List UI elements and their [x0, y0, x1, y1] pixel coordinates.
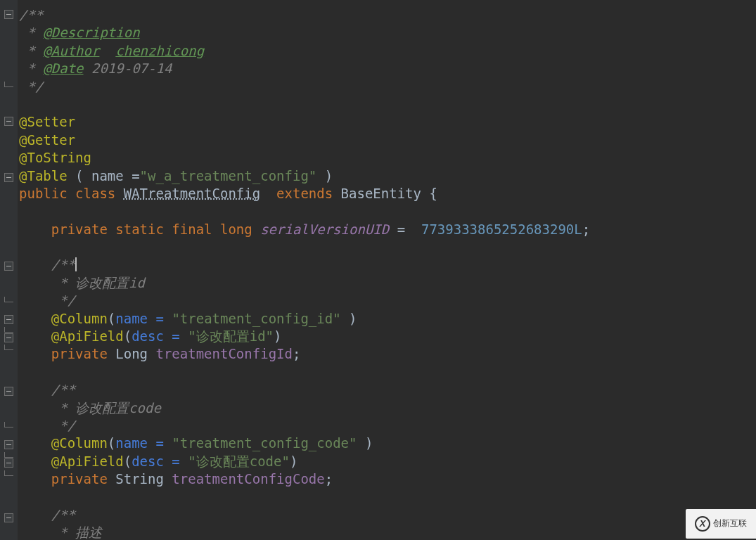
annotation: @ApiField — [51, 328, 124, 344]
number: 7739333865252683290L — [421, 221, 582, 237]
code-text: ; — [582, 221, 590, 237]
keyword: private static final long — [19, 221, 260, 237]
code-text: /** — [19, 257, 75, 272]
code-area[interactable]: /** * @Description * @Author chenzhicong… — [18, 0, 756, 540]
watermark-logo-letter: X — [700, 515, 706, 532]
code-text: ) — [316, 168, 333, 184]
code-text: * 描述 — [19, 525, 102, 540]
code-text — [19, 311, 51, 326]
string-literal: "treatment_config_id" — [172, 311, 340, 326]
code-text: ; — [293, 346, 300, 361]
code-text: */ — [19, 418, 75, 433]
code-text: */ — [19, 79, 43, 94]
code-text — [99, 43, 115, 58]
fold-icon[interactable] — [4, 117, 13, 126]
code-text: * — [19, 25, 43, 40]
fold-end-icon[interactable] — [4, 470, 13, 476]
fold-end-icon[interactable] — [4, 345, 13, 350]
fold-end-icon[interactable] — [4, 327, 13, 333]
code-text: ) — [290, 454, 297, 469]
code-text: /** — [19, 382, 75, 397]
keyword: private — [19, 346, 115, 361]
code-text: desc = — [132, 454, 188, 469]
code-text: * — [19, 60, 43, 76]
watermark-badge: X 创新互联 — [686, 509, 756, 539]
fold-end-icon[interactable] — [4, 452, 13, 458]
code-text: * 诊改配置code — [19, 400, 161, 416]
code-text: name = — [115, 435, 172, 451]
annotation: @Column — [51, 311, 108, 326]
watermark-text: 创新互联 — [713, 515, 747, 532]
code-text: */ — [19, 292, 75, 308]
annotation: @Table — [19, 168, 75, 184]
code-text: ; — [325, 471, 333, 487]
code-text: ( — [75, 168, 91, 184]
code-text: ) — [274, 328, 281, 344]
code-text: name = — [91, 168, 140, 184]
text-caret — [75, 257, 77, 271]
fold-icon[interactable] — [4, 333, 13, 342]
code-text: @Description — [43, 25, 139, 40]
field: treatmentConfigId — [155, 346, 292, 361]
code-text: name = — [115, 311, 172, 326]
keyword: private — [19, 471, 115, 487]
annotation: @Setter — [19, 114, 75, 129]
fold-end-icon[interactable] — [4, 422, 13, 428]
code-text: @Date — [43, 60, 83, 76]
string-literal: "w_a_treatment_config" — [140, 168, 317, 184]
string-literal: "诊改配置id" — [188, 328, 274, 344]
annotation: @ToString — [19, 150, 91, 165]
code-text: ( — [124, 454, 132, 469]
code-text: ( — [124, 328, 132, 344]
code-editor[interactable]: /** * @Description * @Author chenzhicong… — [0, 0, 756, 540]
code-text: @Author — [43, 43, 99, 58]
fold-icon[interactable] — [4, 262, 13, 271]
code-text: String — [115, 471, 172, 487]
code-text: Long — [115, 346, 155, 361]
code-text — [19, 454, 51, 469]
fold-end-icon[interactable] — [4, 297, 13, 302]
code-text: /** — [19, 507, 75, 522]
class-name: WATreatmentConfig — [124, 186, 260, 201]
code-text: 2019-07-14 — [84, 60, 172, 76]
fold-icon[interactable] — [4, 387, 13, 396]
keyword: extends — [260, 186, 340, 201]
code-text: ( — [108, 311, 115, 326]
code-text: BaseEntity — [341, 186, 430, 201]
annotation: @Getter — [19, 132, 75, 148]
fold-icon[interactable] — [4, 458, 13, 468]
gutter — [0, 0, 18, 540]
code-text: = — [389, 221, 421, 237]
fold-icon[interactable] — [4, 315, 13, 324]
keyword: public class — [19, 186, 124, 201]
string-literal: "诊改配置code" — [188, 454, 290, 469]
annotation: @ApiField — [51, 454, 124, 469]
field: serialVersionUID — [260, 221, 389, 237]
code-text: ( — [108, 435, 115, 451]
fold-icon[interactable] — [4, 513, 13, 522]
code-text: { — [429, 186, 437, 201]
watermark-logo-icon: X — [695, 516, 710, 532]
code-text: /** — [19, 7, 43, 22]
string-literal: "treatment_config_code" — [172, 435, 357, 451]
code-text: * 诊改配置id — [19, 275, 145, 290]
current-line-highlight — [18, 256, 756, 274]
code-text: * — [19, 43, 43, 58]
fold-end-icon[interactable] — [4, 82, 13, 87]
annotation: @Column — [51, 435, 108, 451]
fold-icon[interactable] — [4, 440, 13, 449]
code-text: ) — [357, 435, 373, 451]
field: treatmentConfigCode — [172, 471, 324, 487]
code-text — [19, 328, 51, 344]
code-text: ) — [341, 311, 357, 326]
code-text: chenzhicong — [115, 43, 204, 58]
fold-icon[interactable] — [4, 10, 13, 19]
code-text — [19, 435, 51, 451]
code-text: desc = — [132, 328, 188, 344]
fold-icon[interactable] — [4, 173, 13, 182]
